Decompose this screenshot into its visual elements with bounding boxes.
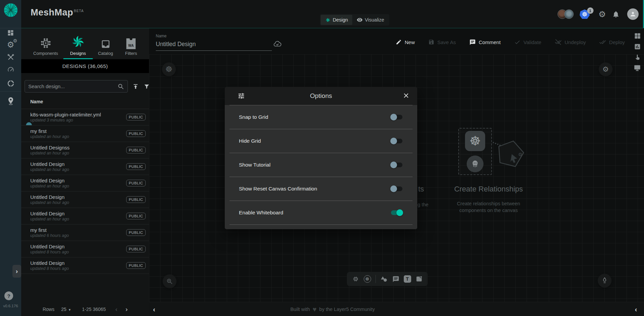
design-name-input[interactable]: [156, 38, 272, 51]
tab-designs[interactable]: Designs: [70, 34, 86, 59]
collapse-right-panel-handle[interactable]: ‹: [631, 305, 641, 314]
k8s-wheel-icon: ☸: [165, 65, 173, 73]
design-row-text: k8s-wasm-plugin-ratelimiter.yml updated …: [30, 112, 101, 123]
validate-drop-button[interactable]: [598, 274, 611, 287]
pagination-bar: Rows 25▾ 1-25 36065 ‹ ›: [21, 306, 149, 313]
dock-media-icon[interactable]: [416, 275, 423, 283]
dock-components-icon[interactable]: [352, 275, 359, 283]
design-row[interactable]: Untitled Design updated 8 hours ago PUBL…: [21, 241, 149, 257]
pencil-icon: [396, 39, 402, 45]
design-row[interactable]: my first updated an hour ago PUBLIC: [21, 126, 149, 142]
mode-visualize-button[interactable]: Visualize: [352, 15, 389, 25]
deploy-button[interactable]: Deploy: [599, 39, 625, 45]
collapse-drawer-handle[interactable]: ‹: [149, 305, 159, 314]
search-input[interactable]: [28, 83, 117, 89]
visibility-badge: PUBLIC: [126, 130, 146, 137]
column-header-name: Name: [21, 99, 149, 104]
zoom-button[interactable]: [163, 275, 176, 288]
screen-monitor-icon[interactable]: [634, 65, 641, 71]
pagination-range: 1-25 36065: [82, 307, 106, 312]
analytics-chart-icon[interactable]: [634, 43, 641, 50]
design-name: k8s-wasm-plugin-ratelimiter.yml: [30, 112, 101, 118]
toggle-knob: [390, 138, 397, 144]
layer5-logo-icon[interactable]: [3, 3, 18, 17]
right-card-caption: components on the canvas: [438, 207, 539, 214]
next-page-button[interactable]: ›: [126, 306, 128, 313]
design-row[interactable]: Untitled Design updated 8 hours ago PUBL…: [21, 257, 149, 274]
tab-filters[interactable]: WA Filters: [125, 34, 137, 59]
kubernetes-context-button[interactable]: ☸ 1: [580, 8, 591, 20]
nav-dashboard-icon[interactable]: [0, 27, 21, 38]
design-name: Untitled Design: [30, 178, 69, 184]
nav-extensions-icon[interactable]: [0, 78, 21, 89]
dock-comment-icon[interactable]: [392, 276, 399, 283]
dock-shapes-icon[interactable]: [380, 275, 388, 283]
toggle-switch[interactable]: [391, 163, 402, 167]
validate-button[interactable]: Validate: [514, 39, 541, 45]
nav-meshmap-pin-icon[interactable]: [0, 95, 21, 107]
search-icon[interactable]: [117, 83, 124, 90]
canvas-options-gear-button[interactable]: ⚙: [599, 63, 612, 76]
toggle-knob: [390, 162, 397, 168]
design-row[interactable]: Untitled Design updated an hour ago PUBL…: [21, 191, 149, 208]
design-row[interactable]: Untitled Designss updated an hour ago PU…: [21, 142, 149, 159]
design-row[interactable]: Untitled Design updated an hour ago PUBL…: [21, 159, 149, 175]
previous-page-button[interactable]: ‹: [115, 306, 117, 313]
kubernetes-canvas-button[interactable]: ☸: [162, 63, 176, 76]
app-title: MeshMapBETA: [31, 7, 84, 18]
design-row[interactable]: Untitled Design updated an hour ago PUBL…: [21, 175, 149, 191]
option-row: Hide Grid: [229, 129, 413, 153]
design-updated: updated an hour ago: [30, 200, 69, 205]
toggle-switch[interactable]: [391, 186, 402, 191]
design-row-text: Untitled Design updated 8 hours ago: [30, 260, 69, 271]
toggle-knob: [390, 185, 397, 192]
undeploy-button[interactable]: Undeploy: [555, 39, 586, 45]
toggle-switch[interactable]: [391, 115, 402, 119]
filter-funnel-icon[interactable]: [143, 83, 150, 90]
collaborator-avatar[interactable]: [564, 9, 574, 19]
heart-icon: ♥: [313, 306, 317, 313]
option-label: Snap to Grid: [239, 114, 268, 120]
design-name: Untitled Designss: [30, 145, 70, 151]
validate-label: Validate: [524, 39, 541, 45]
notifications-bell-icon[interactable]: [612, 10, 620, 18]
expand-drawer-handle[interactable]: ›: [12, 265, 21, 278]
right-tool-rail: [634, 32, 641, 71]
nav-performance-gauge-icon[interactable]: [0, 64, 21, 75]
toggle-switch[interactable]: [391, 139, 402, 143]
settings-gear-icon[interactable]: ⚙: [599, 9, 606, 19]
component-palette-grid-icon[interactable]: [634, 32, 641, 39]
dock-divider: [375, 275, 376, 283]
design-updated: updated an hour ago: [30, 184, 69, 188]
toggle-switch[interactable]: [391, 210, 402, 215]
new-design-button[interactable]: New: [396, 39, 415, 45]
design-row[interactable]: my first updated 6 hours ago PUBLIC: [21, 224, 149, 241]
save-as-button[interactable]: Save As: [428, 39, 456, 45]
design-list: k8s-wasm-plugin-ratelimiter.yml updated …: [21, 109, 149, 274]
double-check-icon: [599, 39, 606, 45]
close-icon[interactable]: [402, 92, 410, 99]
design-row-text: Untitled Designss updated an hour ago: [30, 145, 70, 156]
chevron-right-icon: ›: [16, 268, 18, 275]
tab-catalog[interactable]: Catalog: [98, 34, 113, 59]
options-modal-body: Snap to Grid Hide Grid Show Tutorial: [225, 105, 417, 229]
comment-button[interactable]: Comment: [469, 39, 501, 45]
design-row[interactable]: k8s-wasm-plugin-ratelimiter.yml updated …: [21, 109, 149, 126]
option-label: Enable Whiteboard: [239, 210, 283, 216]
nav-configuration-tools-icon[interactable]: [0, 51, 21, 63]
profile-avatar-button[interactable]: [627, 8, 639, 20]
design-row[interactable]: Untitled Design updated an hour ago PUBL…: [21, 208, 149, 224]
mode-design-button[interactable]: Design: [321, 15, 352, 25]
tab-components[interactable]: Components: [33, 34, 58, 59]
interact-hand-icon[interactable]: [634, 54, 641, 61]
rows-per-page-select[interactable]: 25▾: [61, 307, 71, 312]
nav-lifecycle-gears-icon[interactable]: ⚙⚙: [0, 39, 21, 50]
option-label: Hide Grid: [239, 138, 261, 144]
design-row-text: Untitled Design updated an hour ago: [30, 211, 69, 222]
dock-text-tool-icon[interactable]: T: [404, 275, 411, 283]
help-button[interactable]: ?: [4, 291, 13, 300]
visibility-badge: PUBLIC: [126, 147, 146, 153]
import-design-icon[interactable]: [132, 83, 139, 90]
design-name-field: Name: [156, 34, 272, 51]
dock-kubernetes-icon[interactable]: ☸: [364, 275, 371, 283]
